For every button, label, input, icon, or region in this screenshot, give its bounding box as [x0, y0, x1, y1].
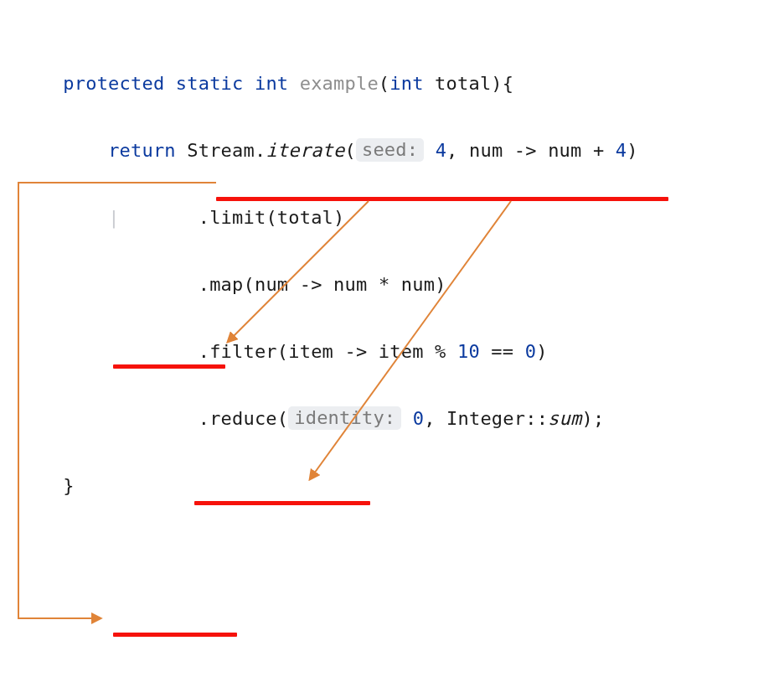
code-comparison-figure: { "tokens":{ "protected":"protected","st…	[0, 0, 784, 682]
code-block: protected static int example(int total){…	[29, 0, 638, 682]
blank-1	[29, 536, 638, 570]
underline-sum-accum	[194, 501, 370, 505]
line-6: .reduce(identity: 0, Integer::sum);	[29, 402, 638, 436]
line-3: | .limit(total)	[29, 201, 638, 235]
inlay-hint-seed: seed:	[356, 138, 424, 162]
blank-2	[29, 603, 638, 637]
line-2: return Stream.iterate(seed: 4, num -> nu…	[29, 134, 638, 168]
underline-return	[113, 633, 237, 637]
underline-reduce	[216, 197, 668, 201]
underline-sum-decl	[113, 364, 225, 369]
line-5: .filter(item -> item % 10 == 0)	[29, 335, 638, 369]
line-7: }	[29, 469, 638, 503]
line-1: protected static int example(int total){	[29, 67, 638, 101]
inlay-hint-identity: identity:	[288, 406, 401, 430]
line-4: .map(num -> num * num)	[29, 268, 638, 302]
